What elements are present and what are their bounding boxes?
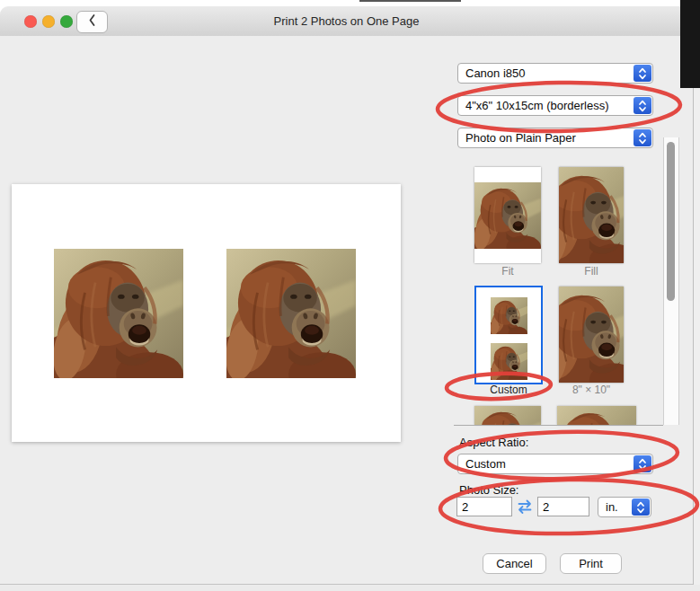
desktop-edge	[693, 0, 700, 591]
back-button[interactable]	[76, 11, 108, 33]
print-dialog-window: Print 2 Photos on One Page Canon i850 4"…	[0, 0, 700, 591]
printer-select-value: Canon i850	[458, 66, 634, 80]
scrollbar-thumb[interactable]	[667, 142, 675, 301]
photo-height-input[interactable]	[537, 497, 589, 516]
layout-label-8x10: 8" × 10"	[555, 384, 627, 396]
zoom-button[interactable]	[60, 15, 73, 28]
chevron-up-down-icon	[632, 498, 650, 516]
photo-width-input[interactable]	[456, 497, 512, 516]
layout-label-fill: Fill	[559, 265, 624, 278]
preview-photo-1	[54, 249, 183, 378]
layout-option-fill[interactable]	[559, 167, 624, 263]
list-divider	[454, 425, 663, 426]
layout-label-custom: Custom	[473, 384, 545, 396]
layout-option-8x10[interactable]	[559, 287, 624, 383]
chevron-left-icon	[87, 13, 97, 31]
background-window-fragment	[680, 0, 700, 88]
unit-select[interactable]: in.	[598, 497, 651, 517]
chevron-up-down-icon	[634, 97, 651, 114]
chevron-up-down-icon	[634, 129, 651, 146]
paper-size-select-value: 4"x6" 10x15cm (borderless)	[458, 99, 634, 112]
unit-select-value: in.	[598, 500, 632, 514]
photo-size-label: Photo Size:	[459, 483, 519, 497]
print-button[interactable]: Print	[560, 553, 622, 574]
preview-page	[12, 184, 401, 442]
screen-artifact	[359, 0, 461, 2]
media-type-select-value: Photo on Plain Paper	[458, 131, 634, 145]
aspect-ratio-select[interactable]: Custom	[457, 454, 653, 474]
minimize-button[interactable]	[42, 15, 55, 28]
preview-photo-2	[226, 249, 356, 378]
printer-select[interactable]: Canon i850	[457, 63, 653, 84]
layout-option-custom-selected[interactable]	[474, 286, 543, 384]
layout-option-partial-2[interactable]	[557, 406, 636, 425]
layout-option-fit[interactable]	[474, 167, 541, 263]
media-type-select[interactable]: Photo on Plain Paper	[457, 128, 653, 148]
cancel-button[interactable]: Cancel	[483, 553, 546, 574]
chevron-up-down-icon	[634, 65, 651, 82]
layout-label-fit: Fit	[474, 265, 541, 278]
paper-size-select[interactable]: 4"x6" 10x15cm (borderless)	[457, 95, 653, 116]
layout-option-partial-1[interactable]	[474, 406, 541, 425]
chevron-up-down-icon	[634, 455, 651, 472]
close-button[interactable]	[24, 15, 37, 28]
desktop-below	[0, 585, 700, 591]
swap-arrows-icon[interactable]	[516, 498, 534, 515]
aspect-ratio-label: Aspect Ratio:	[459, 436, 528, 449]
aspect-ratio-select-value: Custom	[458, 457, 634, 471]
